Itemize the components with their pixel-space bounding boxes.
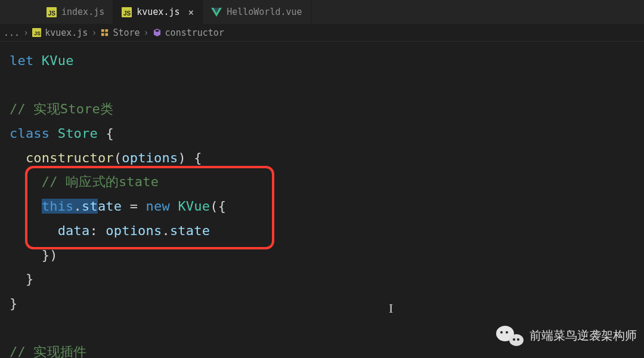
chevron-right-icon: › [144,27,149,38]
js-icon: JS [122,7,132,17]
tab-label: index.js [61,7,104,17]
watermark-text: 前端菜鸟逆袭架构师 [530,328,637,344]
code-line: } [10,267,644,292]
code-line: data: options.state [10,219,644,243]
tab-bar: JS index.js JS kvuex.js × HelloWorld.vue [0,0,644,24]
breadcrumb-class[interactable]: Store [113,27,140,38]
tab-index-js[interactable]: JS index.js [38,0,113,24]
tab-label: kvuex.js [137,7,179,17]
close-icon[interactable]: × [188,7,194,18]
code-line: }) [10,243,644,268]
code-line: constructor(options) { [10,146,644,171]
code-line: this.state = new KVue({ [10,195,644,219]
code-editor[interactable]: let KVue // 实现Store类 class Store { const… [0,42,644,358]
breadcrumb-constructor[interactable]: constructor [165,27,224,38]
js-icon: JS [32,28,41,37]
chevron-right-icon: › [91,27,97,38]
code-line: } [10,292,644,316]
tab-kvuex-js[interactable]: JS kvuex.js × [113,0,203,24]
wechat-icon [496,325,524,346]
breadcrumb-file[interactable]: kvuex.js [45,27,88,38]
code-line: let KVue [10,49,644,73]
channel-watermark: 前端菜鸟逆袭架构师 [496,325,637,346]
tab-helloworld-vue[interactable]: HelloWorld.vue [203,0,311,24]
cube-icon [153,28,162,37]
text-cursor-icon: I [389,301,393,316]
tab-label: HelloWorld.vue [227,7,302,17]
code-line [10,73,644,98]
tabbar-leading-gap [0,0,38,24]
code-line: class Store { [10,122,644,146]
code-line: // 响应式的state [10,170,644,195]
breadcrumb-ellipsis[interactable]: ... [4,27,20,38]
code-line: // 实现Store类 [10,97,644,122]
vue-icon [211,8,222,17]
class-icon [100,28,109,37]
breadcrumb: ... › JS kvuex.js › Store › constructor [0,24,644,42]
js-icon: JS [47,7,57,17]
chevron-right-icon: › [23,27,29,38]
